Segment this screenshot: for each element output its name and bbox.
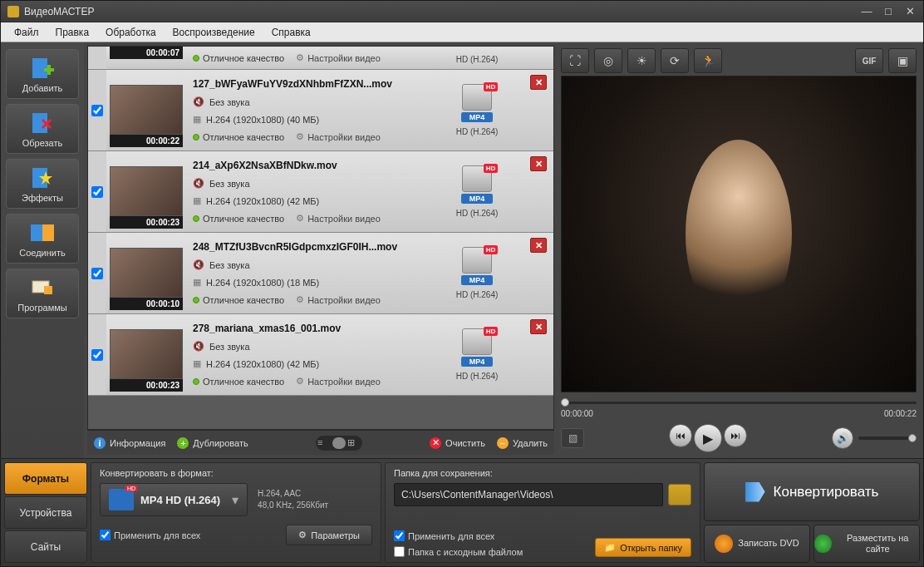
row-checkbox[interactable] bbox=[91, 186, 103, 198]
file-row[interactable]: 00:00:22 127_bWFyaWFuYV9zdXNhbmFfZXN...m… bbox=[88, 70, 553, 151]
thumbnail[interactable] bbox=[110, 329, 183, 379]
next-button[interactable]: ⏭ bbox=[724, 424, 747, 447]
cut-button[interactable]: Обрезать bbox=[6, 104, 79, 154]
video-settings[interactable]: ⚙Настройки видео bbox=[296, 213, 381, 224]
remove-button[interactable]: ✕ bbox=[530, 156, 547, 171]
view-switch[interactable]: ≡ ⊞ bbox=[316, 436, 362, 451]
file-row[interactable]: 00:00:23 278_mariana_xmas16_001.mov 🔇Без… bbox=[88, 314, 553, 396]
format-selector[interactable]: HD MP4 HD (H.264) ▾ bbox=[100, 483, 248, 516]
film-icon: ▦ bbox=[193, 358, 201, 369]
crop-button[interactable]: ⛶ bbox=[561, 48, 589, 73]
play-button[interactable]: ▶ bbox=[694, 424, 722, 452]
rotate-button[interactable]: ⟳ bbox=[661, 48, 689, 73]
view-grid-icon[interactable]: ⊞ bbox=[347, 437, 361, 449]
tab-devices[interactable]: Устройства bbox=[4, 496, 87, 529]
row-checkbox[interactable] bbox=[91, 349, 103, 361]
programs-button[interactable]: Программы bbox=[6, 269, 79, 318]
main-area: Добавить Обрезать Эффекты Соединить Прог… bbox=[1, 42, 923, 458]
source-folder-checkbox[interactable]: Папка с исходным файлом bbox=[394, 546, 523, 557]
format-badge[interactable]: HD MP4 bbox=[461, 247, 494, 285]
codec: HD (H.264) bbox=[456, 55, 499, 64]
volume-handle[interactable] bbox=[908, 434, 917, 442]
row-checkbox[interactable] bbox=[91, 105, 103, 116]
row-checkbox[interactable] bbox=[91, 268, 103, 279]
file-row[interactable]: 00:00:07 Отличное качество ⚙Настройки ви… bbox=[88, 47, 553, 70]
seek-handle[interactable] bbox=[561, 398, 569, 407]
burn-dvd-button[interactable]: Записать DVD bbox=[704, 525, 810, 563]
thumbnail[interactable] bbox=[110, 85, 183, 135]
format-badge[interactable]: HD MP4 bbox=[461, 84, 494, 122]
volume-slider[interactable] bbox=[858, 436, 917, 440]
thumbnail[interactable] bbox=[110, 248, 183, 298]
params-button[interactable]: ⚙Параметры bbox=[286, 525, 372, 545]
view-toggle-icon[interactable] bbox=[332, 437, 346, 449]
publish-button[interactable]: Разместить на сайте bbox=[813, 525, 920, 563]
remove-button[interactable]: ✕ bbox=[530, 319, 547, 334]
menu-help[interactable]: Справка bbox=[265, 24, 317, 41]
file-list[interactable]: 00:00:07 Отличное качество ⚙Настройки ви… bbox=[87, 46, 554, 430]
snapshot-button[interactable]: ▧ bbox=[561, 428, 584, 448]
quality: Отличное качество bbox=[193, 377, 284, 387]
close-button[interactable]: ✕ bbox=[903, 5, 917, 17]
menu-playback[interactable]: Воспроизведение bbox=[166, 24, 262, 41]
brightness-button[interactable]: ☀ bbox=[627, 48, 656, 73]
list-toolbar: iИнформация +Дублировать ≡ ⊞ ✕Очистить −… bbox=[87, 430, 554, 455]
clear-button[interactable]: ✕Очистить bbox=[430, 437, 485, 449]
video-settings[interactable]: ⚙Настройки видео bbox=[296, 376, 381, 387]
tab-sites[interactable]: Сайты bbox=[4, 530, 87, 563]
prev-button[interactable]: ⏮ bbox=[669, 424, 692, 447]
tab-formats[interactable]: Форматы bbox=[4, 462, 87, 495]
right-pane: ⛶ ◎ ☀ ⟳ 🏃 GIF ▣ 00:00:00 00:00:22 ▧ bbox=[558, 42, 923, 458]
format-label: MP4 bbox=[461, 194, 494, 204]
film-icon: ▦ bbox=[193, 114, 201, 125]
video-info: ▦H.264 (1920x1080) (42 МБ) bbox=[193, 195, 420, 206]
join-button[interactable]: Соединить bbox=[6, 214, 79, 264]
remove-button[interactable]: ✕ bbox=[530, 75, 547, 90]
speed-button[interactable]: 🏃 bbox=[694, 48, 722, 73]
thumbnail[interactable] bbox=[110, 166, 183, 216]
menu-edit[interactable]: Правка bbox=[49, 24, 96, 41]
open-folder-button[interactable]: 📁Открыть папку bbox=[595, 538, 691, 557]
prev-icon: ⏮ bbox=[676, 430, 686, 441]
add-button[interactable]: Добавить bbox=[6, 49, 79, 99]
menu-process[interactable]: Обработка bbox=[99, 24, 163, 41]
thumb-col: 00:00:23 bbox=[106, 314, 186, 395]
info-col: Отличное качество ⚙Настройки видео bbox=[186, 47, 427, 69]
remove-button[interactable]: ✕ bbox=[530, 238, 547, 253]
file-row[interactable]: 00:00:10 248_MTZfU3BvcnR5IGdpcmxzIGF0IH.… bbox=[88, 233, 553, 314]
maximize-button[interactable]: □ bbox=[882, 5, 895, 17]
effects-button[interactable]: Эффекты bbox=[6, 159, 79, 209]
effects-label: Эффекты bbox=[22, 193, 63, 203]
preview[interactable] bbox=[561, 76, 917, 392]
checkbox-col bbox=[88, 233, 106, 313]
duration: 00:00:10 bbox=[110, 298, 183, 310]
duplicate-button[interactable]: +Дублировать bbox=[177, 437, 248, 449]
minimize-button[interactable]: — bbox=[860, 5, 873, 17]
video-settings[interactable]: ⚙Настройки видео bbox=[296, 294, 381, 305]
delete-button[interactable]: −Удалить bbox=[497, 437, 548, 449]
menu-file[interactable]: Файл bbox=[7, 24, 46, 41]
quality: Отличное качество bbox=[193, 132, 284, 142]
convert-button[interactable]: Конвертировать bbox=[704, 462, 920, 521]
format-badge[interactable]: HD MP4 bbox=[461, 165, 494, 204]
file-row[interactable]: 00:00:23 214_aXp6X2NsaXBfNDkw.mov 🔇Без з… bbox=[88, 151, 553, 233]
codec: HD (H.264) bbox=[456, 372, 499, 381]
seek-bar[interactable] bbox=[561, 397, 917, 407]
filename: 127_bWFyaWFuYV9zdXNhbmFfZXN...mov bbox=[193, 78, 420, 90]
convert-panel: Конвертировать в формат: HD MP4 HD (H.26… bbox=[91, 462, 381, 563]
cut-icon bbox=[27, 110, 57, 136]
format-badge[interactable]: HD MP4 bbox=[461, 328, 494, 367]
browse-button[interactable] bbox=[668, 484, 691, 505]
view-list-icon[interactable]: ≡ bbox=[317, 437, 331, 449]
thumb-col: 00:00:23 bbox=[106, 151, 186, 232]
fullscreen-button[interactable]: ▣ bbox=[888, 48, 917, 73]
video-settings[interactable]: ⚙Настройки видео bbox=[296, 52, 381, 63]
save-path-input[interactable] bbox=[394, 483, 663, 506]
apply-all-save-checkbox[interactable]: Применить для всех bbox=[394, 530, 523, 541]
gif-button[interactable]: GIF bbox=[855, 48, 883, 73]
apply-all-checkbox[interactable]: Применить для всех bbox=[100, 530, 200, 540]
info-button[interactable]: iИнформация bbox=[94, 437, 165, 449]
video-settings[interactable]: ⚙Настройки видео bbox=[296, 131, 381, 142]
mute-button[interactable]: 🔊 bbox=[832, 427, 853, 449]
enhance-button[interactable]: ◎ bbox=[594, 48, 622, 73]
